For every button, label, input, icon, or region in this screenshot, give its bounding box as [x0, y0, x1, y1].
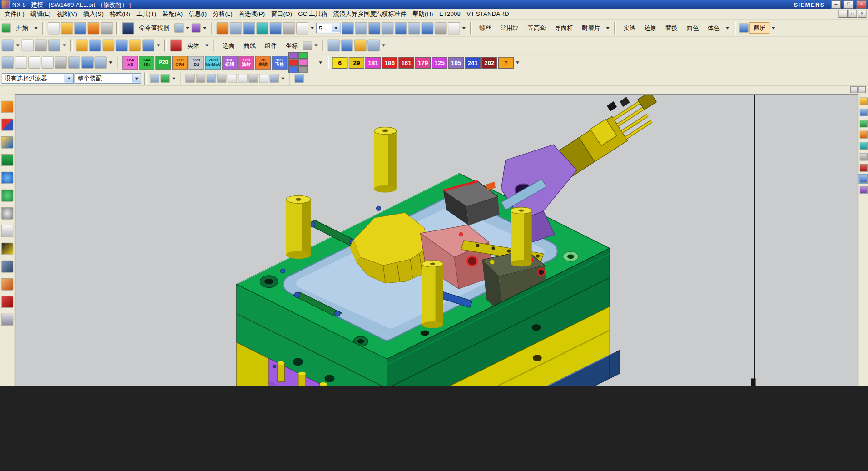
- constraint-navigator-icon[interactable]: [859, 109, 867, 116]
- left-tool-pen-icon[interactable]: [1, 243, 13, 255]
- dropdown-caret-icon[interactable]: [205, 45, 208, 47]
- color-161-button[interactable]: 161: [399, 57, 414, 69]
- color-241-button[interactable]: 241: [465, 57, 481, 69]
- dropdown-caret-icon[interactable]: [109, 61, 112, 64]
- mdi-minimize-button[interactable]: –: [838, 10, 848, 18]
- guide-pin-4[interactable]: [422, 261, 443, 328]
- select-curve-button[interactable]: 曲线: [240, 40, 260, 51]
- std-part-spacer-button[interactable]: 等高套: [524, 22, 550, 34]
- color-179-button[interactable]: 179: [415, 57, 431, 69]
- layer-combo[interactable]: 5: [316, 23, 341, 33]
- material-129-d2-button[interactable]: 129 D2: [189, 55, 204, 69]
- dropdown-caret-icon[interactable]: [314, 45, 317, 47]
- dropdown-caret-icon[interactable]: [772, 27, 775, 29]
- color-125-button[interactable]: 125: [432, 57, 447, 69]
- prompt-dock-icon[interactable]: [850, 86, 858, 93]
- left-tool-standard-parts-icon[interactable]: [1, 136, 13, 149]
- shaded-icon[interactable]: [355, 22, 367, 34]
- menu-insert[interactable]: 插入(S): [80, 9, 106, 19]
- undo-icon[interactable]: [88, 22, 100, 34]
- unite-icon[interactable]: [116, 40, 128, 52]
- menu-et2008[interactable]: ET2008: [436, 10, 463, 18]
- prompt-close-icon[interactable]: [858, 86, 866, 93]
- touch-mode-icon[interactable]: [174, 23, 184, 33]
- color-202-button[interactable]: 202: [481, 57, 497, 69]
- material-165-button[interactable]: 165 铝铜: [222, 55, 238, 69]
- help-button[interactable]: ?: [498, 57, 514, 69]
- snap-control-icon[interactable]: [207, 74, 216, 83]
- extrude-icon[interactable]: [76, 40, 88, 52]
- orient-view-icon[interactable]: [422, 22, 434, 34]
- std-part-screws-button[interactable]: 螺丝: [476, 22, 496, 34]
- model-canvas[interactable]: Z X: [15, 95, 858, 386]
- graphics-window[interactable]: Z X FRONT WORK Camera FRONT XS 资料网 ZL.XS…: [15, 94, 858, 386]
- shaded-with-edges-icon[interactable]: [342, 22, 354, 34]
- dropdown-caret-icon[interactable]: [311, 27, 314, 29]
- color-181-button[interactable]: 181: [365, 57, 381, 69]
- blend-icon[interactable]: [142, 40, 154, 52]
- left-tool-chart-icon[interactable]: [1, 154, 13, 166]
- combo-arrow-icon[interactable]: [132, 74, 140, 82]
- material-124-a3-button[interactable]: 124 A3: [122, 55, 138, 69]
- selection-scope-combo[interactable]: 整个装配: [75, 73, 141, 84]
- material-70si-button[interactable]: 70Si MnMoV: [205, 55, 221, 69]
- color-6-button[interactable]: 6: [332, 57, 347, 69]
- display-face-color-button[interactable]: 面色: [683, 22, 703, 34]
- dropdown-caret-icon[interactable]: [382, 45, 385, 47]
- rectangle-icon[interactable]: [41, 56, 54, 69]
- left-tool-globe-icon[interactable]: [1, 190, 13, 202]
- solid-button[interactable]: 实体: [183, 40, 203, 51]
- std-part-common-blocks-button[interactable]: 常用块: [496, 22, 522, 34]
- clear-selection-icon[interactable]: [303, 41, 312, 50]
- sketch-icon[interactable]: [48, 40, 60, 52]
- snap-arc-center-icon[interactable]: [228, 74, 237, 83]
- screen-capture-button[interactable]: 截屏: [749, 22, 769, 34]
- guide-pin-2[interactable]: [374, 127, 397, 193]
- zoom-icon[interactable]: [243, 22, 255, 34]
- spline-icon[interactable]: [68, 56, 80, 69]
- left-tool-list-icon[interactable]: [1, 225, 13, 237]
- left-tool-box-icon[interactable]: [1, 296, 13, 308]
- color-105-button[interactable]: 105: [448, 57, 464, 69]
- menu-help[interactable]: 帮助(H): [410, 9, 436, 19]
- dropdown-caret-icon[interactable]: [172, 77, 175, 80]
- save-icon[interactable]: [74, 22, 86, 34]
- offset-curve-icon[interactable]: [94, 56, 107, 69]
- selection-filter-combo[interactable]: 没有选择过滤器: [2, 73, 74, 84]
- snap-point-icon[interactable]: [160, 74, 170, 83]
- mini-material-button[interactable]: [288, 59, 298, 66]
- snap-end-icon[interactable]: [185, 74, 195, 83]
- menu-information[interactable]: 信息(I): [186, 9, 210, 19]
- revolve-icon[interactable]: [89, 40, 101, 52]
- perspective-icon[interactable]: [283, 22, 295, 34]
- combo-arrow-icon[interactable]: [65, 74, 73, 82]
- std-part-guide-pillar-button[interactable]: 导向杆: [551, 22, 577, 34]
- material-120-button[interactable]: 120 油缸: [238, 55, 254, 69]
- highlight-icon[interactable]: [150, 74, 159, 83]
- menu-edit[interactable]: 编辑(E): [28, 9, 54, 19]
- ellipse-icon[interactable]: [81, 56, 94, 69]
- part-navigator-icon[interactable]: [859, 120, 867, 127]
- mini-material-button[interactable]: [298, 52, 308, 59]
- assembly-navigator-icon[interactable]: [859, 98, 867, 105]
- menu-window[interactable]: 窗口(O): [268, 9, 295, 19]
- left-tool-utility-icon[interactable]: [1, 261, 13, 273]
- menu-custom-standard-parts[interactable]: 流浪人异乡国度汽模标准件: [331, 9, 409, 19]
- mirror-icon[interactable]: [367, 40, 380, 52]
- reuse-library-icon[interactable]: [859, 131, 867, 139]
- snap-point-on-face-icon[interactable]: [270, 74, 279, 83]
- display-restore-button[interactable]: 还原: [640, 22, 660, 34]
- std-part-wear-plate-button[interactable]: 耐磨片: [578, 22, 604, 34]
- face-analysis-icon[interactable]: [395, 22, 407, 34]
- material-p20-button[interactable]: P20: [155, 55, 171, 69]
- dropdown-caret-icon[interactable]: [462, 27, 466, 29]
- color-29-button[interactable]: 29: [349, 57, 364, 69]
- snap-mid-icon[interactable]: [196, 74, 205, 83]
- dropdown-caret-icon[interactable]: [203, 27, 206, 29]
- material-127-button[interactable]: 127 飞模: [272, 55, 287, 69]
- dropdown-caret-icon[interactable]: [63, 45, 66, 47]
- rotate-view-icon[interactable]: [270, 22, 282, 34]
- mini-material-button[interactable]: [288, 52, 298, 59]
- dropdown-caret-icon[interactable]: [606, 27, 610, 29]
- left-tool-history-icon[interactable]: [1, 207, 13, 220]
